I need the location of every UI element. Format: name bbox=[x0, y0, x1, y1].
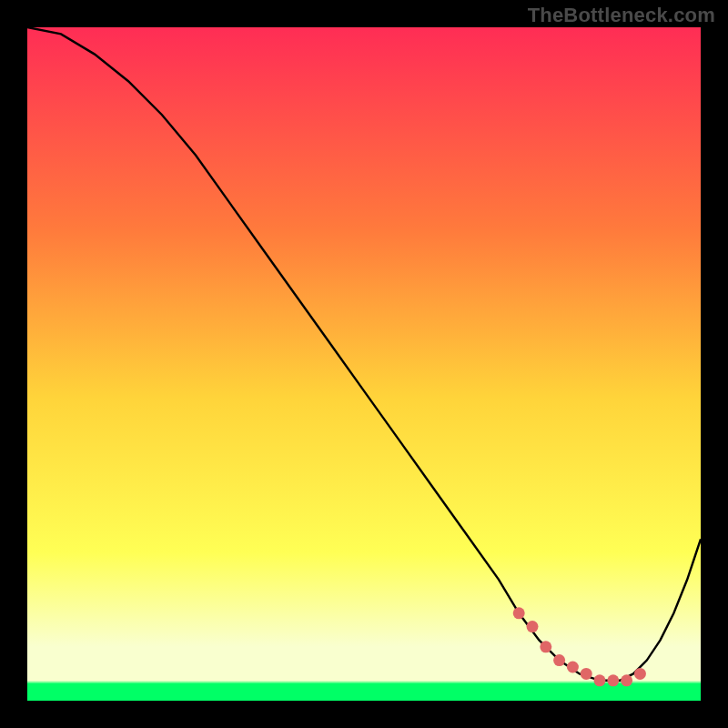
optimal-marker bbox=[553, 654, 565, 666]
plot-area bbox=[27, 27, 701, 701]
optimal-marker bbox=[594, 674, 606, 686]
optimal-marker bbox=[513, 607, 525, 619]
optimal-marker bbox=[581, 668, 592, 680]
plot-svg bbox=[27, 27, 701, 701]
chart-stage: TheBottleneck.com bbox=[0, 0, 728, 728]
optimal-marker bbox=[634, 668, 646, 680]
watermark-text: TheBottleneck.com bbox=[528, 4, 715, 27]
optimal-marker bbox=[607, 674, 619, 686]
heatmap-background bbox=[27, 27, 701, 701]
optimal-marker bbox=[527, 621, 539, 632]
optimal-marker bbox=[621, 674, 632, 686]
optimal-marker bbox=[540, 641, 551, 652]
optimal-marker bbox=[567, 662, 579, 673]
